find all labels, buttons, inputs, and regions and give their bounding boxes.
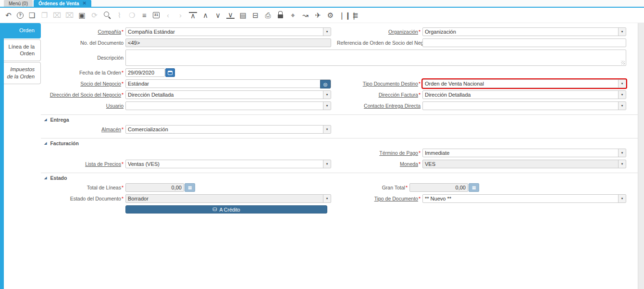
window-body: Orden Línea de la Orden Impuestos de la … [0,23,644,289]
first-record-icon[interactable]: ∧ [189,12,197,19]
descripcion-textarea[interactable] [125,50,626,66]
fecha-orden-label: Fecha de la Orden* [41,70,124,75]
moneda-combobox[interactable]: VES ▾ [422,160,626,168]
chevron-down-icon[interactable]: ▾ [323,160,331,168]
collapse-triangle-icon[interactable]: ◢ [44,141,47,145]
copy-record-icon[interactable]: ❐ [40,11,49,19]
tipo-doc-destino-value: Orden de Venta Nacional [423,80,618,88]
chat-icon[interactable]: ❍ [128,11,136,19]
collapse-triangle-icon[interactable]: ◢ [44,118,47,122]
chevron-down-icon[interactable]: ▾ [618,80,626,88]
organizacion-combobox[interactable]: Organización ▾ [422,27,626,36]
tab-ordenes-de-venta[interactable]: Órdenes de Venta ✕ [34,0,91,7]
gran-total-input[interactable]: 0,00 [409,183,468,192]
new-record-icon[interactable]: ❏ [28,11,36,19]
resize-handle[interactable] [621,61,625,64]
referencia-value [423,39,626,47]
chevron-down-icon[interactable]: ▾ [618,195,626,202]
tab-menu-label: Menú (0) [9,1,28,6]
direccion-socio-combobox[interactable]: Dirección Detallada ▾ [125,90,331,99]
sidebar-tab-impuestos-label: Impuestos de la Orden [7,66,35,79]
calendar-icon[interactable]: 31 [153,12,160,18]
termino-pago-combobox[interactable]: Immediate ▾ [422,149,626,157]
lista-precios-combobox[interactable]: Ventas (VES) ▾ [125,160,331,168]
grid-toggle-icon[interactable]: ≡ [140,11,149,19]
section-facturacion-header[interactable]: ◢ Facturación [41,140,638,146]
send-icon[interactable]: ✈ [314,11,322,19]
zoom-across-icon[interactable]: ⌖ [289,11,297,19]
socio-negocio-value: Estándar [126,80,320,88]
fecha-orden-input[interactable]: 29/09/2020 [125,68,165,77]
refresh-icon[interactable]: ⟳ [90,11,99,19]
next-record-icon[interactable]: ∨ [214,11,222,19]
form-row: Usuario ▾ Contacto Entrega Directa ▾ [41,101,638,110]
no-documento-input[interactable]: <49> [125,38,331,47]
form-row: Almacén* Comercialización ▾ [41,125,638,134]
previous-record-icon[interactable]: ∧ [201,11,210,19]
close-tab-icon[interactable]: ✕ [83,1,87,6]
calendar-picker-button[interactable] [165,68,175,77]
tipo-documento-combobox[interactable]: ** Nuevo ** ▾ [422,194,626,203]
contacto-entrega-label: Contacto Entrega Directa [337,103,421,109]
calculator-button[interactable]: ▦ [185,183,195,192]
direccion-factura-combobox[interactable]: Dirección Detallada ▾ [422,90,626,99]
lock-icon[interactable] [276,11,285,19]
find-icon[interactable] [103,11,111,19]
detail-record-icon[interactable]: › [176,11,185,19]
last-record-icon[interactable]: ∨ [226,12,235,19]
contacto-entrega-combobox[interactable]: ▾ [422,101,626,110]
help-icon[interactable]: ? [17,12,24,19]
chevron-down-icon[interactable]: ▾ [618,160,626,168]
barcode-icon[interactable]: ❘❙❘ [339,11,347,19]
archive-icon[interactable]: ⊟ [251,11,260,19]
report-viewer-icon[interactable]: ≣ [351,11,359,19]
workflow-icon[interactable]: ↝ [301,11,310,19]
chevron-down-icon[interactable]: ▾ [323,91,331,99]
sidebar-tab-orden[interactable]: Orden [4,23,41,38]
tipo-documento-value: ** Nuevo ** [423,195,618,202]
tipo-doc-destino-combobox[interactable]: Orden de Venta Nacional ▾ [422,79,626,88]
section-estado-header[interactable]: ◢ Estado [41,175,638,181]
collapse-triangle-icon[interactable]: ◢ [44,176,47,180]
chevron-down-icon[interactable]: ▾ [323,195,331,202]
chevron-down-icon[interactable]: ▾ [618,102,626,110]
chevron-down-icon[interactable]: ▾ [618,28,626,36]
almacen-combobox[interactable]: Comercialización ▾ [125,125,331,134]
parent-record-icon[interactable]: ‹ [164,11,172,19]
form-area: Compañía* Compañía Estándar ▾ Organizaci… [41,23,638,289]
chevron-down-icon[interactable]: ▾ [323,102,331,110]
sidebar-tab-linea-de-la-orden[interactable]: Línea de la Orden [4,39,41,62]
calculator-button[interactable]: ▦ [469,183,479,192]
compania-combobox[interactable]: Compañía Estándar ▾ [125,27,331,36]
usuario-combobox[interactable]: ▾ [125,101,331,110]
form-row: Total de Líneas* 0,00 ▦ Gran Total* 0,00… [41,183,638,192]
referencia-input[interactable] [422,38,626,47]
form-row: ⛁ A Crédito [41,205,638,214]
business-partner-info-button[interactable]: ◎ [320,80,331,88]
undo-icon[interactable]: ↶ [4,11,12,19]
scrollbar-track[interactable] [638,23,644,289]
usuario-label: Usuario [41,103,124,109]
tab-menu[interactable]: Menú (0) [4,0,33,7]
sidebar-tab-impuestos-de-la-orden[interactable]: Impuestos de la Orden [4,62,41,84]
chevron-down-icon[interactable]: ▾ [618,91,626,99]
delete-selection-icon[interactable]: ⌧ [65,11,74,19]
chevron-down-icon[interactable]: ▾ [618,149,626,157]
preferences-icon[interactable]: ⚙ [326,11,334,19]
estado-documento-combobox[interactable]: Borrador ▾ [125,194,331,203]
save-icon[interactable]: ▣ [78,11,86,19]
a-credito-button[interactable]: ⛁ A Crédito [125,205,327,214]
socio-negocio-label: Socio del Negocio* [41,81,124,87]
report-icon[interactable]: ▤ [239,11,247,19]
socio-negocio-input[interactable]: Estándar ◎ [125,79,331,88]
chevron-down-icon[interactable]: ▾ [323,28,331,36]
print-icon[interactable]: ⎙ [264,11,272,19]
almacen-label: Almacén* [41,126,124,132]
section-entrega-header[interactable]: ◢ Entrega [41,117,638,123]
attachment-icon[interactable]: ⌇ [115,11,124,19]
gran-total-value: 0,00 [410,184,468,191]
delete-record-icon[interactable]: ⌧ [53,11,61,19]
direccion-factura-value: Dirección Detallada [423,91,618,99]
total-lineas-input[interactable]: 0,00 [125,183,184,192]
chevron-down-icon[interactable]: ▾ [323,126,331,133]
